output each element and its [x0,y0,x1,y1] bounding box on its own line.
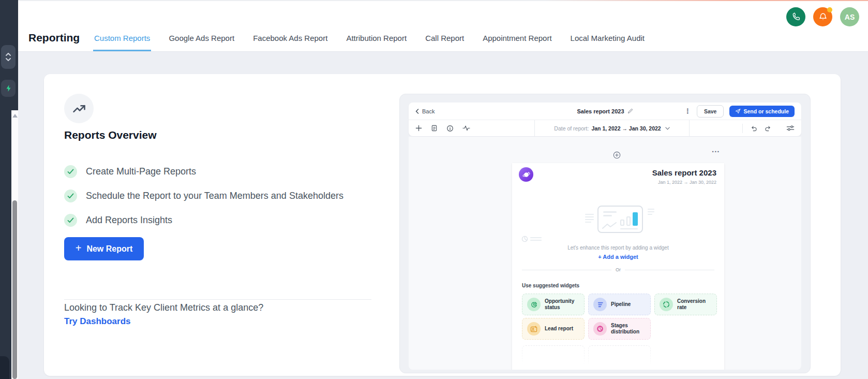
ghost-widget-card [522,345,585,366]
illustration-pie-row [521,236,542,242]
new-report-label: New Report [86,244,132,254]
report-page-daterange: Jan 1, 2022 → Jan 30, 2022 [658,180,716,185]
widget-label: Pipeline [611,301,631,308]
report-page: Sales report 2023 Jan 1, 2022 → Jan 30, … [512,163,724,370]
date-of-report-label: Date of report: [554,125,589,132]
feature-checklist: Create Multi-Page ReportsSchedule the Re… [64,159,343,232]
avatar-initials: AS [845,13,855,21]
section-divider [64,299,371,300]
page-options-icon[interactable]: ... [712,145,720,154]
contact-card-icon [527,322,541,336]
activity-pulse-icon[interactable] [462,125,470,132]
date-of-report-selector[interactable]: Date of report: Jan 1, 2022 → Jan 30, 20… [534,120,690,136]
report-builder-preview: Back Sales report 2023 ⋮ Save Send [399,94,811,373]
widget-label: Opportunity status [545,298,579,311]
chevron-up-icon [5,52,11,56]
planet-icon [522,170,531,179]
edit-pencil-icon[interactable] [627,108,633,114]
try-dashboards-link[interactable]: Try Dashboards [64,316,131,327]
add-widget-link[interactable]: + Add a widget [512,254,724,260]
back-button[interactable]: Back [415,108,435,114]
widget-card-stages-distribution[interactable]: Stages distribution [588,318,651,340]
send-or-schedule-button[interactable]: Send or schedule [729,106,795,117]
tab-google-ads-report[interactable]: Google Ads Report [168,26,235,51]
report-page-title: Sales report 2023 [652,168,716,177]
header-actions: AS [786,7,859,26]
reports-overview-card: Reports Overview Create Multi-Page Repor… [44,74,841,376]
suggested-widgets-grid: Opportunity statusPipelineConversion rat… [522,294,717,340]
tab-local-marketing-audit[interactable]: Local Marketing Audit [570,26,646,51]
ghost-widget-row [522,345,651,366]
chevron-down-icon [5,57,11,62]
scrollbar-thumb[interactable] [12,200,17,379]
tab-custom-reports[interactable]: Custom Reports [93,26,151,51]
report-tabs: Custom ReportsGoogle Ads ReportFacebook … [93,26,646,51]
builder-tools [415,125,470,132]
builder-canvas: ... Sales report 2023 Jan 1, 2022 → Jan … [409,137,801,370]
widget-card-conversion-rate[interactable]: Conversion rate [654,294,717,315]
widget-card-lead-report[interactable]: Lead report [522,318,585,340]
tab-attribution-report[interactable]: Attribution Report [345,26,408,51]
funnel-icon [593,298,607,311]
info-circle-icon[interactable] [446,125,454,132]
date-range-value: Jan 1, 2022 → Jan 30, 2022 [591,125,661,132]
notifications-button[interactable] [813,7,832,26]
sidebar-scrollbar[interactable] [11,110,18,379]
illustration-right-lines [648,209,654,215]
back-label: Back [422,108,435,114]
widget-label: Lead report [545,326,573,332]
scroll-up-arrow-icon[interactable] [12,114,18,118]
text-block-icon[interactable] [431,125,438,132]
widget-label: Conversion rate [677,298,712,311]
undo-icon[interactable] [750,125,757,132]
tab-appointment-report[interactable]: Appointment Report [482,26,552,51]
save-button[interactable]: Save [697,105,724,118]
notification-badge [827,7,832,12]
quick-actions-button[interactable] [1,80,16,97]
checklist-item: Add Reports Insights [64,208,343,232]
check-icon [64,190,77,202]
check-icon [64,165,77,178]
ghost-widget-card [588,345,651,366]
add-element-icon[interactable] [415,125,422,132]
check-icon [64,214,77,227]
redo-icon[interactable] [765,125,772,132]
display-settings-icon[interactable] [786,125,795,132]
or-divider: Or [522,267,714,272]
report-logo [519,167,533,182]
sidebar-bottom-button[interactable] [0,356,9,379]
plus-icon: + [76,242,82,254]
dashboards-question: Looking to Track Key Client Metrics at a… [64,302,263,313]
widget-card-pipeline[interactable]: Pipeline [588,294,651,315]
kebab-menu-icon[interactable]: ⋮ [684,108,691,114]
builder-report-title: Sales report 2023 [577,108,633,114]
checklist-item: Schedule the Report to your Team Members… [64,184,343,208]
header-accent-strip [18,0,868,1]
phone-button[interactable] [786,7,805,26]
widget-illustration [597,206,643,233]
or-label: Or [616,267,621,272]
bell-icon [818,12,828,22]
tab-facebook-ads-report[interactable]: Facebook Ads Report [252,26,328,51]
overview-heading: Reports Overview [64,129,157,141]
trending-up-icon [64,94,94,123]
tab-call-report[interactable]: Call Report [424,26,465,51]
add-page-icon[interactable] [613,151,621,159]
new-report-button[interactable]: + New Report [64,237,144,260]
widget-label: Stages distribution [611,323,646,336]
sidebar-expand-button[interactable] [1,45,16,69]
suggested-widgets-label: Use suggested widgets [522,283,579,288]
toolbar-separator [742,124,743,133]
widget-card-opportunity-status[interactable]: Opportunity status [522,294,585,315]
page-title: Reporting [28,32,80,44]
enhance-hint-text: Let's enhance this report by adding a wi… [512,245,724,251]
refresh-circle-icon [660,298,673,311]
phone-icon [791,12,800,21]
user-avatar[interactable]: AS [840,7,859,26]
zigzag-line [602,222,618,229]
checklist-item: Create Multi-Page Reports [64,159,343,184]
chevron-down-icon [665,127,670,130]
donut-icon [593,322,607,336]
pie-chart-icon [527,298,541,311]
top-header: Reporting Custom ReportsGoogle Ads Repor… [18,0,868,52]
